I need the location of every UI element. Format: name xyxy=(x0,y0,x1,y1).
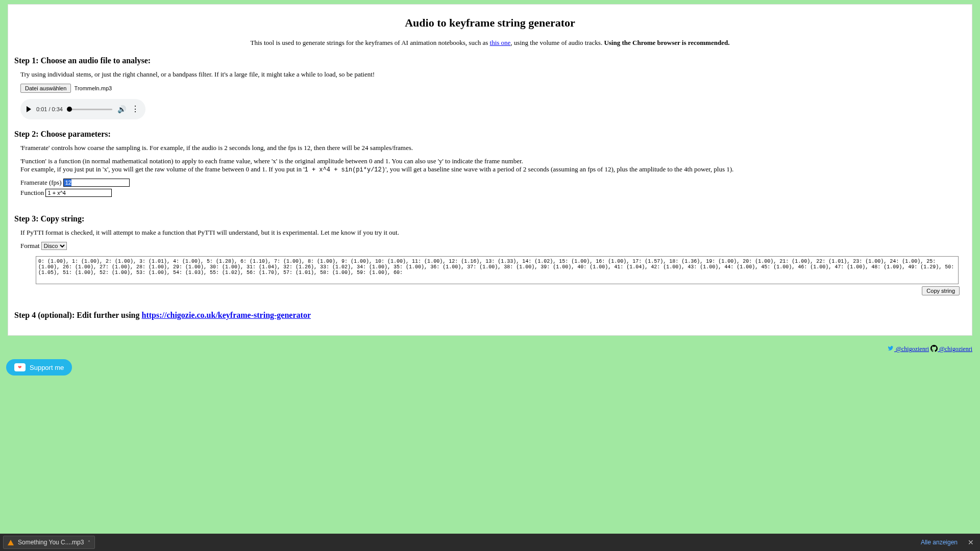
audio-time: 0:01 / 0:34 xyxy=(36,106,63,112)
choose-file-button[interactable]: Datei auswählen xyxy=(20,84,71,93)
kofi-icon xyxy=(14,363,26,371)
support-me-button[interactable]: Support me xyxy=(6,359,72,375)
play-icon[interactable] xyxy=(27,106,31,112)
twitter-link[interactable]: @chigozienri xyxy=(894,345,929,353)
example-link[interactable]: this one xyxy=(490,39,511,46)
function-input[interactable] xyxy=(45,189,112,197)
twitter-icon xyxy=(887,345,894,354)
format-select[interactable]: Disco xyxy=(41,242,67,250)
step2-p1: 'Framerate' controls how coarse the samp… xyxy=(20,144,966,152)
fps-label: Framerate (fps) xyxy=(20,179,62,186)
format-label: Format xyxy=(20,242,40,249)
page-title: Audio to keyframe string generator xyxy=(14,16,966,30)
footer-links: @chigozienri @chigozienri xyxy=(0,342,980,355)
step3-note: If PyTTI format is checked, it will atte… xyxy=(20,229,966,237)
step1-heading: Step 1: Choose an audio file to analyse: xyxy=(14,56,966,65)
github-icon xyxy=(930,345,938,354)
selected-file-name: Trommeln.mp3 xyxy=(75,85,112,91)
step1-note: Try using individual stems, or just the … xyxy=(20,70,966,79)
audio-progress[interactable] xyxy=(68,109,112,110)
main-panel: Audio to keyframe string generator This … xyxy=(8,4,972,336)
page-subtitle: This tool is used to generate strings fo… xyxy=(14,39,966,47)
audio-menu-icon[interactable]: ⋮ xyxy=(131,105,139,113)
volume-icon[interactable] xyxy=(117,105,126,113)
step4-link[interactable]: https://chigozie.co.uk/keyframe-string-g… xyxy=(142,311,311,319)
output-textarea[interactable]: 0: (1.00), 1: (1.00), 2: (1.00), 3: (1.0… xyxy=(36,256,959,284)
step2-heading: Step 2: Choose parameters: xyxy=(14,130,966,139)
audio-player: 0:01 / 0:34 ⋮ xyxy=(20,99,145,119)
step2-p2: 'Function' is a function (in normal math… xyxy=(20,157,966,173)
fps-input[interactable] xyxy=(63,179,130,187)
copy-string-button[interactable]: Copy string xyxy=(922,286,960,295)
step3-heading: Step 3: Copy string: xyxy=(14,214,966,223)
github-link[interactable]: @chigozienri xyxy=(938,345,972,353)
function-label: Function xyxy=(20,189,44,196)
step4-heading: Step 4 (optional): Edit further using ht… xyxy=(14,311,966,320)
